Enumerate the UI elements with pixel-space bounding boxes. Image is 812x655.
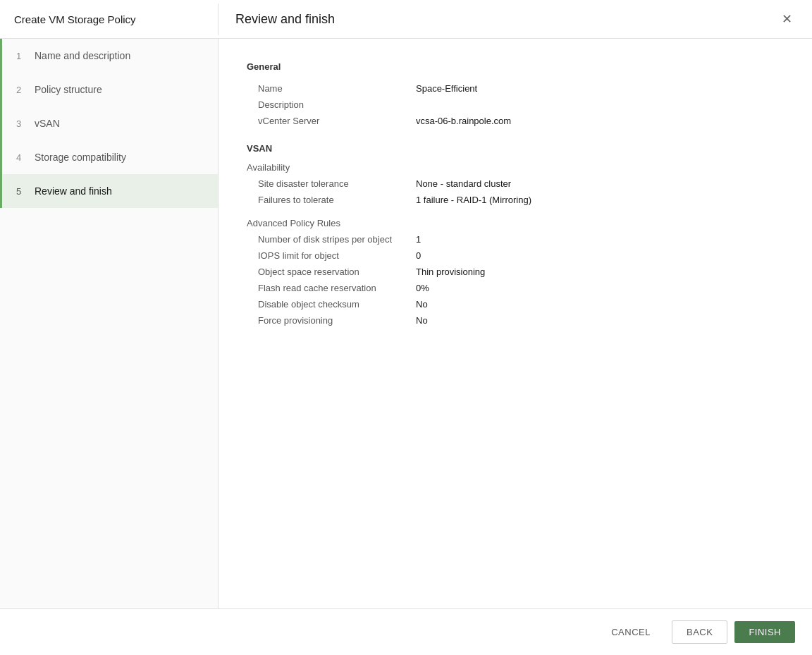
value-vcenter: vcsa-06-b.rainpole.com: [416, 116, 511, 126]
create-vm-storage-policy-dialog: Create VM Storage Policy Review and fini…: [0, 0, 812, 655]
sidebar-item-policy-structure[interactable]: 2 Policy structure: [0, 73, 218, 106]
vsan-section-header: VSAN: [247, 143, 784, 154]
close-button[interactable]: ✕: [779, 10, 795, 28]
label-disk-stripes: Number of disk stripes per object: [247, 234, 416, 245]
sidebar-item-storage-compatibility[interactable]: 4 Storage compatibility: [0, 140, 218, 174]
field-object-space: Object space reservation Thin provisioni…: [247, 264, 784, 280]
value-site-disaster: None - standard cluster: [416, 178, 511, 189]
field-vcenter: vCenter Server vcsa-06-b.rainpole.com: [247, 113, 784, 129]
label-disable-checksum: Disable object checksum: [247, 299, 416, 310]
close-icon: ✕: [782, 12, 792, 26]
field-site-disaster: Site disaster tolerance None - standard …: [247, 176, 784, 192]
value-failures-tolerate: 1 failure - RAID-1 (Mirroring): [416, 195, 531, 205]
label-force-provisioning: Force provisioning: [247, 315, 416, 326]
vsan-section: VSAN Availability Site disaster toleranc…: [247, 143, 784, 329]
sidebar-label-5: Review and finish: [35, 185, 112, 197]
value-name: Space-Efficient: [416, 83, 477, 94]
label-flash-cache: Flash read cache reservation: [247, 283, 416, 293]
sidebar-label-4: Storage compatibility: [35, 152, 126, 163]
sidebar-item-review-finish[interactable]: 5 Review and finish: [0, 174, 218, 208]
field-failures-tolerate: Failures to tolerate 1 failure - RAID-1 …: [247, 192, 784, 208]
field-description: Description: [247, 97, 784, 113]
field-disable-checksum: Disable object checksum No: [247, 296, 784, 312]
value-flash-cache: 0%: [416, 283, 429, 293]
step-number-5: 5: [16, 186, 27, 197]
sidebar-item-vsan[interactable]: 3 vSAN: [0, 106, 218, 140]
label-iops-limit: IOPS limit for object: [247, 250, 416, 261]
value-force-provisioning: No: [416, 315, 428, 326]
step-number-2: 2: [16, 85, 27, 95]
step-number-3: 3: [16, 118, 27, 129]
sidebar-label-3: vSAN: [35, 118, 60, 129]
label-failures-tolerate: Failures to tolerate: [247, 195, 416, 205]
sidebar-label-1: Name and description: [35, 50, 130, 61]
step-number-1: 1: [16, 51, 27, 61]
back-button[interactable]: BACK: [672, 620, 727, 644]
field-name: Name Space-Efficient: [247, 80, 784, 97]
label-name: Name: [247, 83, 416, 94]
advanced-header: Advanced Policy Rules: [247, 218, 784, 228]
field-iops-limit: IOPS limit for object 0: [247, 247, 784, 264]
value-object-space: Thin provisioning: [416, 267, 485, 277]
label-site-disaster: Site disaster tolerance: [247, 178, 416, 189]
value-iops-limit: 0: [416, 250, 421, 261]
main-content: General Name Space-Efficient Description…: [219, 39, 812, 608]
sidebar-item-name-description[interactable]: 1 Name and description: [0, 39, 218, 73]
finish-button[interactable]: FINISH: [734, 621, 795, 643]
step-number-4: 4: [16, 152, 27, 163]
availability-header: Availability: [247, 162, 784, 173]
field-flash-cache: Flash read cache reservation 0%: [247, 280, 784, 296]
sidebar-label-2: Policy structure: [35, 84, 102, 95]
general-section-header: General: [247, 61, 784, 72]
label-vcenter: vCenter Server: [247, 116, 416, 126]
field-force-provisioning: Force provisioning No: [247, 312, 784, 329]
value-disable-checksum: No: [416, 299, 428, 310]
dialog-footer: CANCEL BACK FINISH: [0, 608, 812, 655]
label-description: Description: [247, 99, 416, 110]
sidebar: 1 Name and description 2 Policy structur…: [0, 39, 219, 608]
dialog-title: Create VM Storage Policy: [14, 13, 136, 25]
page-title: Review and finish: [235, 12, 335, 27]
cancel-button[interactable]: CANCEL: [597, 621, 665, 643]
field-disk-stripes: Number of disk stripes per object 1: [247, 231, 784, 247]
value-disk-stripes: 1: [416, 234, 421, 245]
label-object-space: Object space reservation: [247, 267, 416, 277]
